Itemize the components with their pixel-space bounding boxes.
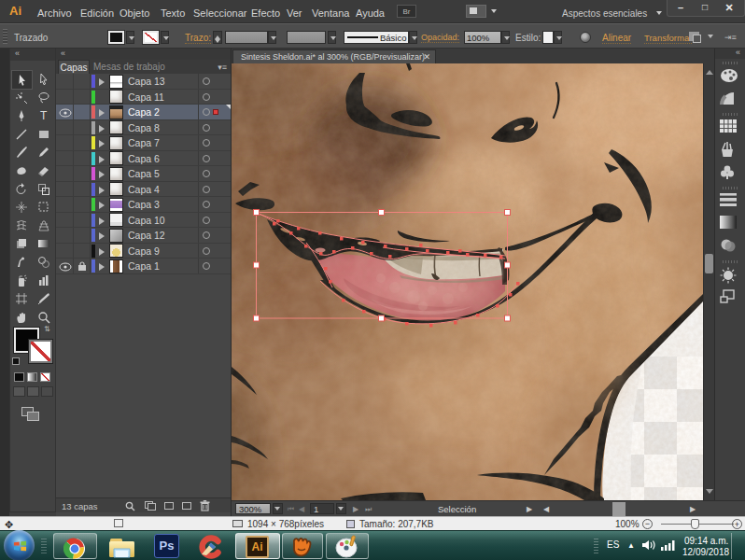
svg-text:T: T: [40, 109, 48, 122]
